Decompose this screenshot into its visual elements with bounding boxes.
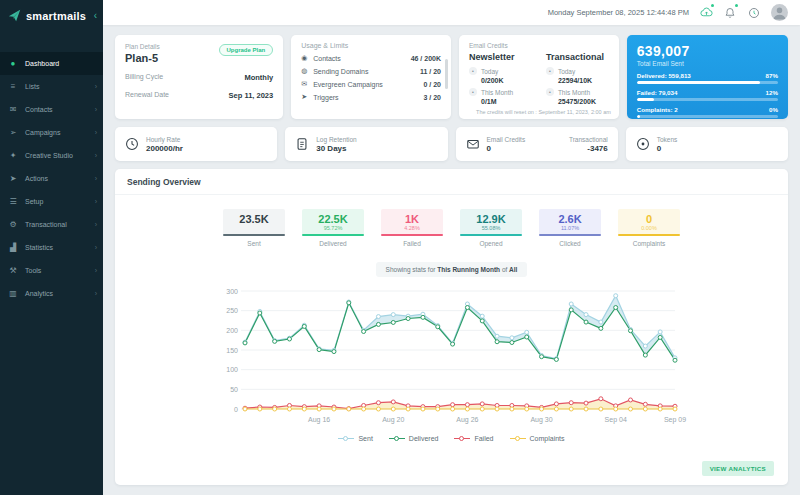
stat-label: Complaints	[618, 240, 680, 247]
stat-value: 22.5K	[302, 213, 364, 225]
legend-sent[interactable]: Sent	[338, 435, 372, 442]
triggers-icon: ➤	[301, 93, 313, 101]
chevron-right-icon: ›	[95, 83, 97, 90]
user-avatar[interactable]	[771, 4, 788, 21]
cloud-upload-icon[interactable]	[699, 6, 713, 20]
sidebar-item-actions[interactable]: ➤Actions›	[0, 167, 103, 190]
stat-percent: 55.08%	[460, 225, 522, 232]
total-email-label: Total Email Sent	[637, 60, 778, 67]
sidebar-item-label: Creative Studio	[25, 152, 73, 159]
stat-delivered[interactable]: 22.5K95.72%Delivered	[302, 209, 364, 247]
sending-overview-title: Sending Overview	[115, 169, 788, 195]
contacts-icon: ✉	[8, 105, 18, 114]
legend-dot	[394, 436, 399, 441]
total-progress-fill	[637, 81, 760, 84]
stat-value: 23.5K	[223, 213, 285, 225]
total-progress-labels: Complaints: 20%	[637, 106, 778, 113]
credits-value: 0/1M	[481, 98, 532, 105]
svg-text:50: 50	[230, 386, 238, 393]
stat-label: Delivered	[302, 240, 364, 247]
brand-name: smartmails	[26, 10, 89, 22]
sidebar-item-tools[interactable]: ⚒Tools›	[0, 259, 103, 282]
stat-failed[interactable]: 1K4.28%Failed	[381, 209, 443, 247]
sidebar-item-creative-studio[interactable]: ✦Creative Studio›	[0, 144, 103, 167]
upgrade-plan-button[interactable]: Upgrade Plan	[219, 44, 274, 56]
sending-overview-card: Sending Overview 23.5KSent22.5K95.72%Del…	[115, 169, 788, 485]
total-progress-pct: 0%	[769, 106, 778, 113]
stat-box: 22.5K95.72%	[302, 209, 364, 236]
usage-row-contacts: ◉Contacts46 / 200K	[301, 54, 441, 62]
plan-row-label: Renewal Date	[125, 91, 169, 100]
usage-row-triggers: ➤Triggers3 / 20	[301, 93, 441, 101]
sidebar-item-campaigns[interactable]: ➢Campaigns›	[0, 121, 103, 144]
dashboard-icon: ●	[8, 59, 18, 68]
sidebar-item-statistics[interactable]: ▟Statistics›	[0, 236, 103, 259]
stat-complaints[interactable]: 00.00%Complaints	[618, 209, 680, 247]
legend-label: Sent	[358, 435, 372, 442]
sidebar-item-lists[interactable]: ≡Lists›	[0, 75, 103, 98]
sidebar-item-dashboard[interactable]: ●Dashboard	[0, 52, 103, 75]
legend-complaints[interactable]: Complaints	[510, 435, 565, 442]
sidebar-collapse-icon[interactable]: ‹	[94, 10, 97, 21]
statistics-icon: ▟	[8, 243, 18, 252]
stat-value: 0	[618, 213, 680, 225]
kpi-label: Hourly Rate	[146, 136, 183, 143]
stat-percent: 95.72%	[302, 225, 364, 232]
total-progress-labels: Delivered: 559,81387%	[637, 72, 778, 79]
sidebar-item-transactional[interactable]: ⚙Transactional›	[0, 213, 103, 236]
stat-sent[interactable]: 23.5KSent	[223, 209, 285, 247]
plan-row: Billing CycleMonthly	[125, 73, 273, 82]
sidebar-item-contacts[interactable]: ✉Contacts›	[0, 98, 103, 121]
total-progress-fill	[637, 98, 654, 101]
stat-underline	[381, 234, 443, 236]
legend-failed[interactable]: Failed	[454, 435, 493, 442]
stat-box: 00.00%	[618, 209, 680, 236]
filter-mid: of	[502, 266, 507, 273]
stat-clicked[interactable]: 2.6K11.07%Clicked	[539, 209, 601, 247]
bell-icon[interactable]	[723, 6, 737, 20]
stat-percent	[223, 225, 285, 232]
token-icon	[636, 137, 650, 151]
kpi-text: Hourly Rate200000/hr	[146, 136, 183, 153]
kpi-text: Email Credits0	[487, 136, 526, 153]
legend-marker	[454, 436, 470, 442]
svg-text:Aug 26: Aug 26	[456, 416, 478, 424]
usage-value: 3 / 20	[423, 94, 441, 101]
log-icon	[295, 137, 309, 151]
credits-reset-note: The credits will reset on : September 11…	[476, 109, 611, 115]
sidebar-item-setup[interactable]: ☰Setup›	[0, 190, 103, 213]
plan-details-card: Plan Details Plan-5 Upgrade Plan Billing…	[115, 35, 283, 119]
stats-filter-pill[interactable]: Showing stats for This Running Month of …	[376, 262, 528, 277]
setup-icon: ☰	[8, 197, 18, 206]
this-month-icon: •	[469, 88, 477, 96]
svg-text:0: 0	[234, 406, 238, 413]
usage-scrollbar[interactable]	[445, 59, 448, 89]
credits-column-title: Newsletter	[469, 52, 532, 62]
stat-percent: 0.00%	[618, 225, 680, 232]
usage-row-evergreen-campaigns: ✉Evergreen Campaigns0 / 20	[301, 80, 441, 88]
plan-row: Renewal DateSep 11, 2023	[125, 91, 273, 100]
svg-text:200: 200	[226, 327, 238, 334]
filter-period: This Running Month	[437, 266, 500, 273]
plan-row-value: Monthly	[244, 73, 273, 82]
plan-row-label: Billing Cycle	[125, 73, 163, 82]
sidebar-item-analytics[interactable]: ▥Analytics›	[0, 282, 103, 305]
credits-period: Today	[558, 68, 575, 75]
view-analytics-button[interactable]: VIEW ANALYTICS	[702, 461, 774, 476]
sidebar-item-label: Lists	[25, 83, 39, 90]
chevron-right-icon: ›	[95, 221, 97, 228]
total-progress-pct: 87%	[766, 72, 778, 79]
email-credits-title: Email Credits	[469, 42, 609, 49]
chevron-right-icon: ›	[95, 106, 97, 113]
stat-opened[interactable]: 12.9K55.08%Opened	[460, 209, 522, 247]
stat-label: Failed	[381, 240, 443, 247]
stat-underline	[302, 234, 364, 236]
legend-delivered[interactable]: Delivered	[389, 435, 439, 442]
sending-domains-icon: ◍	[301, 67, 313, 75]
time-status-icon[interactable]	[747, 6, 761, 20]
legend-dot	[343, 436, 348, 441]
this-month-icon: •	[546, 88, 554, 96]
credits-value: 0/200K	[481, 77, 532, 84]
usage-limits-card: Usage & Limits ◉Contacts46 / 200K◍Sendin…	[291, 35, 451, 119]
stat-label: Clicked	[539, 240, 601, 247]
